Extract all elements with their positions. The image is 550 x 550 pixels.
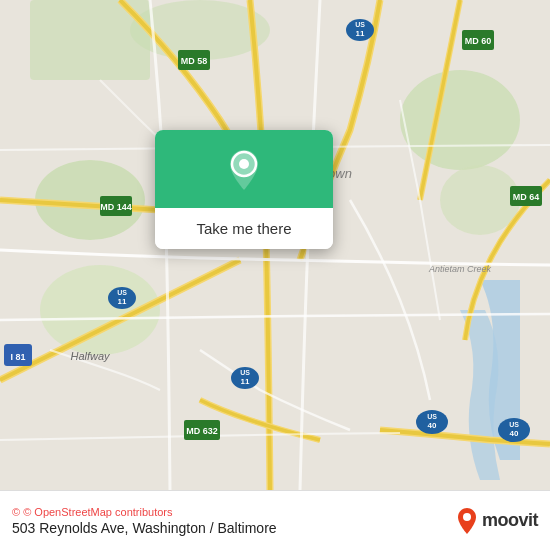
svg-text:US: US [509,421,519,428]
popup-header [155,130,333,208]
map-container[interactable]: I 81 US 11 US 11 MD 144 MD 58 US 11 MD 6… [0,0,550,490]
osm-credit-text: © OpenStreetMap contributors [23,506,172,518]
address-label: 503 Reynolds Ave, Washington / Baltimore [12,520,446,536]
moovit-pin-icon [456,507,478,535]
svg-point-39 [463,513,471,521]
svg-text:MD 144: MD 144 [100,202,132,212]
moovit-logo: moovit [456,507,538,535]
svg-text:MD 632: MD 632 [186,426,218,436]
svg-text:MD 58: MD 58 [181,56,208,66]
svg-text:11: 11 [241,377,250,386]
svg-text:40: 40 [428,421,437,430]
svg-text:MD 64: MD 64 [513,192,540,202]
svg-text:11: 11 [356,29,365,38]
svg-text:40: 40 [510,429,519,438]
svg-text:Antietam Creek: Antietam Creek [428,264,492,274]
copyright-symbol: © [12,506,20,518]
osm-attribution: © © OpenStreetMap contributors [12,506,446,518]
bottom-left-info: © © OpenStreetMap contributors 503 Reyno… [12,506,446,536]
location-pin-icon [222,148,266,192]
moovit-wordmark: moovit [482,510,538,531]
svg-text:I 81: I 81 [10,352,25,362]
popup-card: Take me there [155,130,333,249]
svg-text:US: US [427,413,437,420]
bottom-bar: © © OpenStreetMap contributors 503 Reyno… [0,490,550,550]
take-me-there-button[interactable]: Take me there [155,208,333,249]
svg-text:Halfway: Halfway [70,350,111,362]
svg-text:US: US [355,21,365,28]
svg-text:MD 60: MD 60 [465,36,492,46]
svg-text:US: US [117,289,127,296]
svg-text:US: US [240,369,250,376]
svg-point-38 [239,159,249,169]
svg-text:11: 11 [118,297,127,306]
svg-point-2 [400,70,520,170]
